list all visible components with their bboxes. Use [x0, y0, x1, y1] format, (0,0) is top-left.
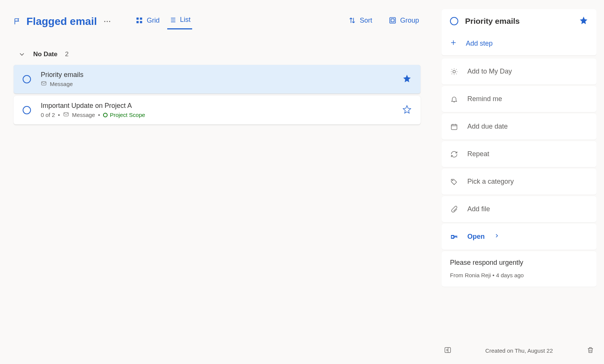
detail-header: Priority emails Add step	[442, 9, 596, 55]
tag-icon	[450, 178, 458, 186]
created-on-text: Created on Thu, August 22	[485, 347, 553, 354]
group-count: 2	[65, 51, 68, 58]
view-list-button[interactable]: List	[167, 14, 192, 29]
svg-rect-15	[42, 81, 46, 85]
repeat-icon	[450, 151, 458, 158]
mail-icon	[41, 80, 47, 88]
svg-rect-13	[390, 18, 395, 23]
group-header[interactable]: No Date 2	[14, 51, 421, 65]
task-meta: 0 of 2 • Message • Project Scope	[41, 111, 393, 118]
email-preview[interactable]: Please respond urgently From Ronia Reji …	[442, 251, 596, 287]
calendar-icon	[450, 123, 458, 131]
svg-rect-16	[64, 112, 68, 116]
detail-title[interactable]: Priority emails	[465, 17, 572, 26]
importance-star-button[interactable]	[402, 74, 411, 84]
detail-footer: Created on Thu, August 22	[442, 339, 596, 364]
view-list-label: List	[180, 16, 191, 24]
delete-button[interactable]	[587, 346, 594, 355]
chevron-right-icon	[494, 233, 500, 241]
add-file-button[interactable]: Add file	[442, 196, 596, 222]
header: Flagged email Grid List Sort	[14, 14, 421, 29]
detail-panel: Priority emails Add step Add to My Day R…	[434, 0, 604, 364]
bell-icon	[450, 95, 458, 103]
attach-icon	[450, 206, 458, 213]
task-row[interactable]: Priority emails Message	[14, 65, 421, 94]
open-label: Open	[467, 233, 485, 241]
email-from: From Ronia Reji • 4 days ago	[450, 272, 588, 278]
page-title[interactable]: Flagged email	[26, 15, 97, 28]
grid-icon	[136, 17, 143, 24]
svg-point-1	[106, 21, 108, 22]
svg-point-0	[104, 21, 105, 22]
repeat-label: Repeat	[467, 150, 489, 158]
email-subject: Please respond urgently	[450, 259, 588, 267]
view-grid-label: Grid	[147, 17, 160, 25]
complete-checkbox[interactable]	[23, 106, 31, 114]
group-name: No Date	[33, 51, 57, 58]
title-wrap: Flagged email	[14, 15, 97, 28]
svg-line-27	[452, 74, 452, 74]
due-label: Add due date	[467, 123, 508, 131]
task-title: Important Update on Project A	[41, 102, 393, 110]
task-row[interactable]: Important Update on Project A 0 of 2 • M…	[14, 96, 421, 124]
more-icon[interactable]	[103, 17, 111, 26]
view-grid-button[interactable]: Grid	[134, 14, 161, 29]
main-panel: Flagged email Grid List Sort	[0, 0, 434, 364]
svg-point-19	[453, 70, 456, 73]
group-icon	[389, 17, 396, 24]
task-title: Priority emails	[41, 71, 393, 79]
detail-importance-star[interactable]	[579, 16, 588, 26]
add-step-button[interactable]: Add step	[450, 39, 588, 48]
add-step-label: Add step	[466, 40, 493, 48]
svg-rect-28	[451, 124, 457, 129]
repeat-button[interactable]: Repeat	[442, 141, 596, 167]
svg-line-24	[452, 69, 452, 69]
svg-rect-5	[136, 21, 139, 23]
detail-complete-checkbox[interactable]	[450, 17, 458, 25]
add-my-day-button[interactable]: Add to My Day	[442, 58, 596, 84]
chevron-down-icon	[18, 51, 26, 58]
remind-me-button[interactable]: Remind me	[442, 86, 596, 112]
category-label: Pick a category	[467, 178, 514, 186]
hide-panel-button[interactable]	[444, 346, 451, 355]
svg-line-26	[456, 69, 456, 69]
toolbar-right: Sort Group	[347, 14, 421, 29]
mail-icon	[63, 111, 69, 118]
task-meta: Message	[41, 80, 393, 88]
importance-star-button[interactable]	[402, 105, 411, 115]
svg-point-32	[452, 180, 453, 181]
sort-label: Sort	[360, 17, 372, 25]
svg-rect-3	[136, 18, 139, 20]
task-meta-label: Message	[50, 81, 73, 87]
file-label: Add file	[467, 205, 490, 213]
remind-label: Remind me	[467, 95, 502, 103]
category-tag: Project Scope	[103, 112, 145, 118]
task-meta-label: Message	[72, 112, 95, 118]
task-body: Important Update on Project A 0 of 2 • M…	[41, 102, 393, 118]
sort-icon	[348, 17, 356, 24]
flag-icon	[14, 18, 21, 25]
category-color-icon	[103, 113, 108, 117]
sun-icon	[450, 68, 458, 75]
category-label: Project Scope	[110, 112, 145, 118]
pick-category-button[interactable]: Pick a category	[442, 169, 596, 195]
sort-button[interactable]: Sort	[347, 14, 374, 29]
open-in-outlook-button[interactable]: Open	[442, 224, 596, 250]
group-button[interactable]: Group	[387, 14, 421, 29]
my-day-label: Add to My Day	[467, 68, 512, 75]
plus-icon	[450, 39, 457, 48]
task-body: Priority emails Message	[41, 71, 393, 88]
add-due-date-button[interactable]: Add due date	[442, 114, 596, 140]
svg-line-25	[456, 74, 456, 74]
svg-rect-6	[140, 21, 142, 23]
svg-rect-4	[140, 18, 142, 20]
svg-point-2	[109, 21, 110, 22]
svg-rect-14	[391, 19, 394, 22]
list-icon	[169, 16, 176, 24]
group-label: Group	[400, 17, 419, 25]
task-steps-count: 0 of 2	[41, 112, 55, 118]
complete-checkbox[interactable]	[23, 75, 31, 83]
outlook-icon	[450, 233, 458, 241]
svg-point-34	[451, 236, 453, 238]
